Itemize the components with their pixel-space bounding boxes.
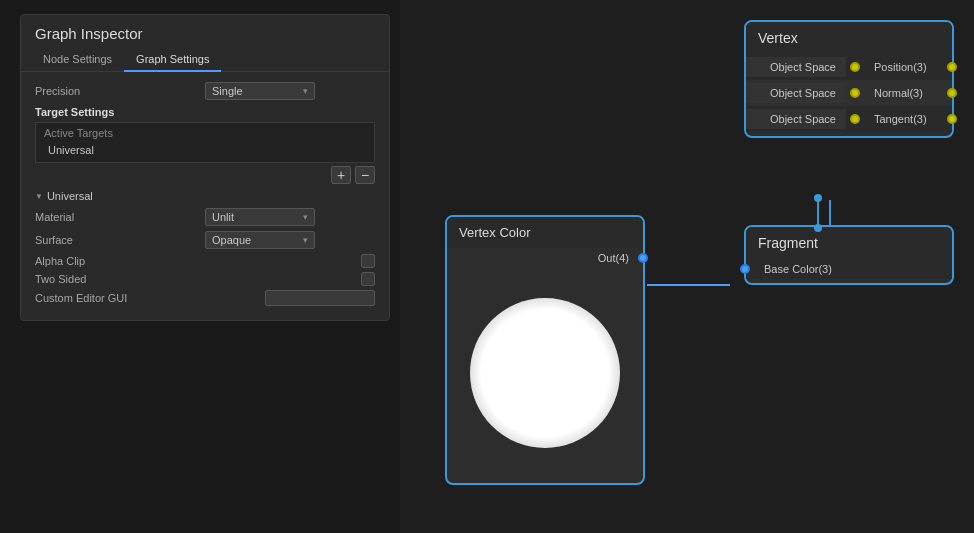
vertex-color-node: Vertex Color Out(4) (445, 215, 645, 485)
precision-row: Precision Single ▾ (35, 82, 375, 100)
material-row: Material Unlit ▾ (35, 208, 375, 226)
custom-editor-row: Custom Editor GUI (35, 290, 375, 306)
vertex-tangent-output-dot (947, 114, 957, 124)
material-dropdown[interactable]: Unlit ▾ (205, 208, 315, 226)
surface-row: Surface Opaque ▾ (35, 231, 375, 249)
vertex-position-output-label: Position(3) (864, 57, 952, 77)
surface-dropdown-arrow: ▾ (303, 235, 308, 245)
material-label: Material (35, 211, 205, 223)
fragment-node-body: Base Color(3) (746, 259, 952, 283)
universal-target-item[interactable]: Universal (44, 142, 366, 158)
fragment-node-header: Fragment (746, 227, 952, 259)
vertex-normal-row: Object Space Normal(3) (746, 80, 952, 106)
vertex-tangent-input-label: Object Space (746, 109, 846, 129)
remove-target-button[interactable]: − (355, 166, 375, 184)
universal-header: ▼ Universal (35, 190, 375, 202)
vertex-color-out-port: Out(4) (447, 248, 643, 268)
material-dropdown-arrow: ▾ (303, 212, 308, 222)
universal-section: ▼ Universal Material Unlit ▾ Surface (35, 190, 375, 306)
precision-label: Precision (35, 85, 205, 97)
alpha-clip-label: Alpha Clip (35, 255, 361, 267)
fragment-base-color-label: Base Color(3) (754, 263, 832, 275)
vertex-node-header: Vertex (746, 22, 952, 54)
active-targets-label: Active Targets (44, 127, 366, 139)
precision-value: Single (212, 85, 243, 97)
canvas-area: Vertex Object Space Position(3) Object S… (400, 0, 974, 533)
vertex-color-out-label: Out(4) (598, 252, 629, 264)
precision-control: Single ▾ (205, 82, 375, 100)
active-targets-box: Active Targets Universal (35, 122, 375, 163)
vertex-tangent-row: Object Space Tangent(3) (746, 106, 952, 132)
inspector-title: Graph Inspector (21, 15, 389, 48)
fragment-base-color-row: Base Color(3) (746, 259, 952, 279)
alpha-clip-checkbox[interactable] (361, 254, 375, 268)
target-settings-title: Target Settings (35, 106, 375, 118)
material-value: Unlit (212, 211, 234, 223)
tab-graph-settings[interactable]: Graph Settings (124, 48, 221, 72)
two-sided-row: Two Sided (35, 272, 375, 286)
vertex-normal-input-label: Object Space (746, 83, 846, 103)
vertex-normal-input-dot (850, 88, 860, 98)
vertex-color-preview (447, 268, 643, 483)
vertex-color-out-dot (638, 253, 648, 263)
universal-collapse-icon: ▼ (35, 192, 43, 201)
surface-dropdown[interactable]: Opaque ▾ (205, 231, 315, 249)
custom-editor-input[interactable] (265, 290, 375, 306)
alpha-clip-row: Alpha Clip (35, 254, 375, 268)
fragment-node: Fragment Base Color(3) (744, 225, 954, 285)
vertex-position-input-label: Object Space (746, 57, 846, 77)
vertex-normal-output-label: Normal(3) (864, 83, 952, 103)
two-sided-checkbox[interactable] (361, 272, 375, 286)
custom-editor-label: Custom Editor GUI (35, 292, 265, 304)
two-sided-label: Two Sided (35, 273, 361, 285)
inspector-tabs: Node Settings Graph Settings (21, 48, 389, 72)
vertex-color-header: Vertex Color (447, 217, 643, 248)
svg-point-2 (814, 194, 822, 202)
vertex-node-body: Object Space Position(3) Object Space No… (746, 54, 952, 136)
targets-buttons: + − (35, 166, 375, 184)
tab-node-settings[interactable]: Node Settings (31, 48, 124, 72)
universal-section-label: Universal (47, 190, 93, 202)
surface-value: Opaque (212, 234, 251, 246)
surface-control: Opaque ▾ (205, 231, 375, 249)
inspector-panel: Graph Inspector Node Settings Graph Sett… (20, 14, 390, 321)
add-target-button[interactable]: + (331, 166, 351, 184)
vertex-position-output-dot (947, 62, 957, 72)
surface-label: Surface (35, 234, 205, 246)
vertex-position-row: Object Space Position(3) (746, 54, 952, 80)
vertex-color-body: Out(4) (447, 248, 643, 483)
precision-dropdown[interactable]: Single ▾ (205, 82, 315, 100)
precision-dropdown-arrow: ▾ (303, 86, 308, 96)
vertex-tangent-output-label: Tangent(3) (864, 109, 952, 129)
vertex-normal-output-dot (947, 88, 957, 98)
material-control: Unlit ▾ (205, 208, 375, 226)
inspector-body: Precision Single ▾ Target Settings Activ… (21, 72, 389, 320)
vertex-node: Vertex Object Space Position(3) Object S… (744, 20, 954, 138)
fragment-base-color-input-dot (740, 264, 750, 274)
vertex-tangent-input-dot (850, 114, 860, 124)
vertex-position-input-dot (850, 62, 860, 72)
